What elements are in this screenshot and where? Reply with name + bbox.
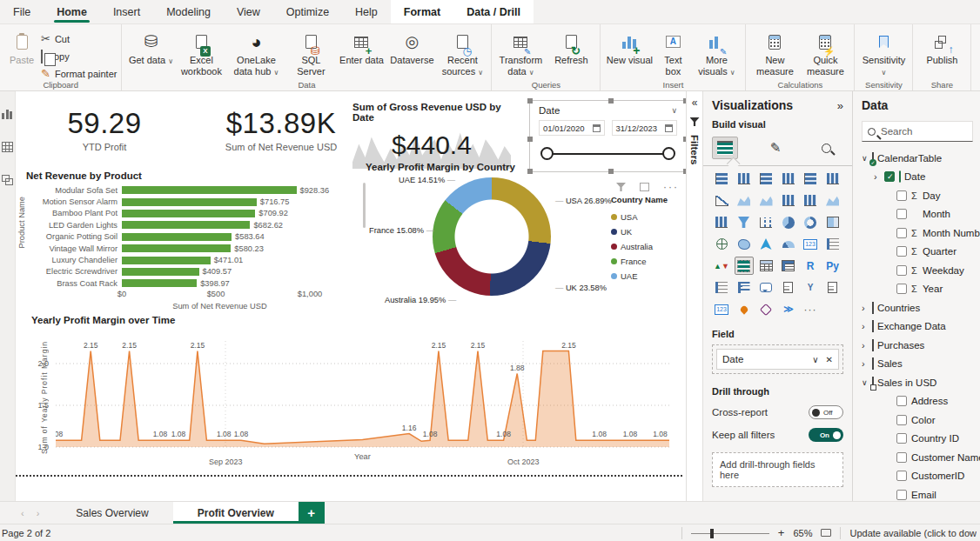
calendar-icon[interactable] [593, 124, 601, 132]
tree-item-color[interactable]: Color [862, 411, 980, 430]
tree-item-email[interactable]: Email [862, 485, 980, 501]
menu-tab-optimize[interactable]: Optimize [273, 0, 342, 23]
tree-item-address[interactable]: Address [862, 392, 980, 411]
checkbox[interactable] [896, 246, 907, 257]
bar[interactable] [122, 186, 297, 194]
python-visual-icon[interactable]: Py [823, 257, 842, 275]
stacked-area-chart-icon[interactable] [756, 191, 775, 210]
sensitivity-button[interactable]: Sensitivity ∨ [859, 27, 908, 78]
key-influencers-icon[interactable] [712, 278, 731, 297]
donut-chart-icon[interactable] [801, 213, 820, 231]
quick-measure-button[interactable]: ⚡Quick measure [801, 27, 849, 78]
tree-item-weekday[interactable]: ΣWeekday [862, 261, 980, 280]
zoom-slider-handle[interactable] [710, 529, 714, 538]
tree-item-quarter[interactable]: ΣQuarter [862, 243, 980, 262]
range-start-handle[interactable] [540, 147, 554, 160]
bar-row-vintage-wall-mirror[interactable]: Vintage Wall Mirror$580.23 [19, 243, 367, 254]
clustered-column-chart-icon[interactable] [779, 170, 798, 188]
copy-button[interactable]: Copy [41, 48, 117, 64]
tree-expander-icon[interactable]: › [862, 358, 872, 369]
tree-item-year[interactable]: ΣYear [862, 280, 980, 299]
prev-page-arrow[interactable]: ‹ [21, 508, 24, 518]
line-and-clustered-column-chart-icon[interactable] [801, 191, 820, 210]
bar-row-brass-coat-rack[interactable]: Brass Coat Rack$398.97 [19, 277, 367, 289]
checkbox[interactable] [896, 396, 907, 406]
bar[interactable] [122, 198, 257, 206]
tree-expander-icon[interactable]: › [862, 303, 872, 313]
checkbox[interactable] [896, 415, 907, 425]
menu-tab-file[interactable]: File [0, 0, 44, 23]
tree-item-customer-name[interactable]: Customer Name [862, 448, 980, 467]
waterfall-chart-icon[interactable] [712, 213, 731, 231]
ribbon-chart-icon[interactable] [823, 191, 842, 210]
checkbox[interactable] [896, 471, 907, 481]
field-remove-icon[interactable]: ✕ [826, 355, 833, 364]
range-end-handle[interactable] [662, 147, 675, 160]
checkbox[interactable] [884, 171, 895, 182]
onelake-data-hub-button[interactable]: ◕OneLake data hub ∨ [227, 27, 285, 78]
menu-tab-help[interactable]: Help [342, 0, 391, 23]
get-data-button[interactable]: ⛁Get data ∨ [126, 27, 175, 68]
tree-item-month[interactable]: Month [862, 205, 980, 224]
tree-item-exchange-data[interactable]: ›Exchange Data [862, 317, 980, 337]
page-tab-profit-overview[interactable]: Profit Overview [173, 502, 299, 524]
stacked-bar-chart-icon[interactable] [712, 170, 731, 188]
stacked-column-chart-icon[interactable] [735, 170, 754, 188]
legend-item-uae[interactable]: UAE [611, 269, 668, 284]
bar-row-led-garden-lights[interactable]: LED Garden Lights$682.62 [19, 219, 367, 230]
gauge-icon[interactable] [779, 235, 798, 253]
checkbox[interactable] [896, 452, 907, 463]
dataverse-button[interactable]: ◎Dataverse [387, 27, 436, 68]
tree-item-customerid[interactable]: CustomerID [862, 467, 980, 486]
date-range-slider[interactable] [539, 146, 677, 162]
refresh-button[interactable]: ↻Refresh [547, 27, 595, 68]
tree-item-calendartable[interactable]: ∨✓CalendarTable [862, 149, 980, 168]
tree-item-day[interactable]: ΣDay [862, 186, 980, 205]
cut-button[interactable]: ✂Cut [41, 30, 117, 47]
bar[interactable] [122, 279, 197, 287]
matrix-icon[interactable] [779, 257, 798, 275]
collapse-panel-icon[interactable]: » [837, 99, 843, 112]
scatter-chart-icon[interactable] [756, 213, 775, 231]
enter-data-button[interactable]: +Enter data [337, 27, 386, 68]
checkbox[interactable] [896, 265, 907, 276]
tab-format-visual[interactable]: ✎ [762, 137, 789, 159]
keep-all-filters-toggle[interactable]: On [809, 428, 843, 442]
bar-row-modular-sofa-set[interactable]: Modular Sofa Set$928.36 [19, 184, 367, 196]
next-page-arrow[interactable]: › [37, 508, 40, 518]
menu-tab-insert[interactable]: Insert [100, 0, 153, 23]
qa-visual-icon[interactable] [756, 278, 775, 297]
bar[interactable] [122, 257, 211, 264]
bar[interactable] [122, 268, 199, 276]
menu-tab-modeling[interactable]: Modeling [153, 0, 224, 23]
smart-narrative-icon[interactable] [779, 278, 798, 297]
transform-data-button[interactable]: ✎Transform data ∨ [496, 27, 545, 78]
new-card-icon[interactable]: 123 [712, 300, 731, 318]
legend-item-australia[interactable]: Australia [611, 239, 668, 254]
r-script-visual-icon[interactable]: R [801, 257, 820, 275]
excel-workbook-button[interactable]: XExcel workbook [177, 27, 225, 78]
field-dropdown-icon[interactable]: ∨ [812, 355, 818, 364]
chevron-down-icon[interactable]: ∨ [671, 106, 677, 115]
100-stacked-column-chart-icon[interactable] [823, 170, 842, 188]
expand-filters-icon[interactable]: « [692, 97, 698, 109]
update-available-link[interactable]: Update available (click to dow [849, 528, 977, 538]
legend-item-usa[interactable]: USA [611, 210, 668, 224]
pie-chart-icon[interactable] [779, 213, 798, 231]
sql-server-button[interactable]: ⛁SQL Server [286, 27, 335, 78]
funnel-chart-icon[interactable] [735, 213, 754, 231]
bar[interactable] [122, 244, 231, 252]
button-slicer-icon[interactable] [735, 300, 754, 318]
calendar-icon[interactable] [665, 124, 673, 132]
tree-item-purchases[interactable]: ›Purchases [862, 336, 980, 355]
drill-through-dropzone[interactable]: Add drill-through fields here [712, 452, 843, 487]
tree-item-sales[interactable]: ›Sales [862, 355, 980, 374]
kpi-card-ytd-profit[interactable]: 59.29 YTD Profit [26, 107, 183, 152]
bar[interactable] [122, 210, 255, 217]
more-visuals-ellipsis-icon[interactable]: ··· [801, 300, 820, 318]
kpi-icon[interactable]: ▲▼ [712, 257, 731, 275]
net-revenue-bar-chart[interactable]: Net Revenue by Product Product Name Modu… [19, 170, 367, 320]
tree-item-month-number[interactable]: ΣMonth Number [862, 224, 980, 243]
paste-button[interactable]: Paste [4, 27, 39, 68]
tree-item-sales-in-usd[interactable]: ∨Sales in USD [862, 373, 980, 392]
